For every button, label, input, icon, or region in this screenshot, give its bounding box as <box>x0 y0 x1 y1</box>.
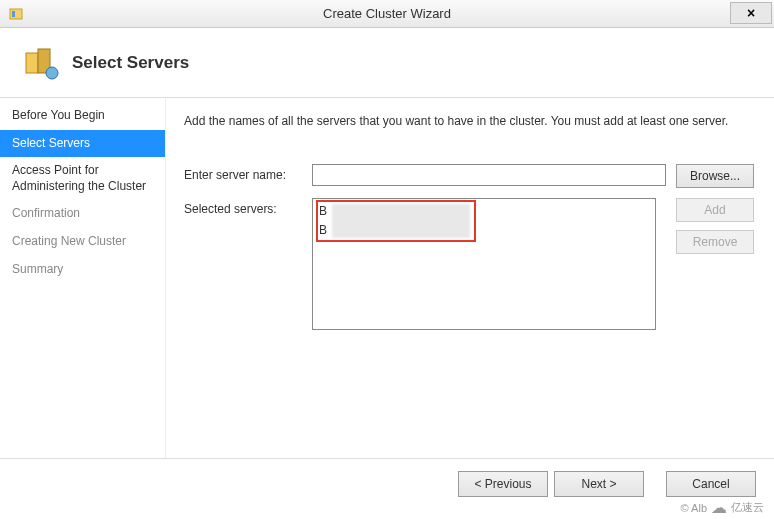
close-button[interactable]: × <box>730 2 772 24</box>
close-icon: × <box>747 5 755 21</box>
svg-rect-1 <box>12 11 15 17</box>
step-select-servers[interactable]: Select Servers <box>0 130 165 158</box>
wizard-footer: < Previous Next > Cancel <box>0 458 774 508</box>
watermark: © Alb ☁ 亿速云 <box>681 498 764 517</box>
wizard-app-icon <box>8 6 24 22</box>
add-button: Add <box>676 198 754 222</box>
watermark-author: © Alb <box>681 502 707 514</box>
intro-text: Add the names of all the servers that yo… <box>184 114 754 128</box>
enter-server-label: Enter server name: <box>184 164 312 182</box>
previous-button[interactable]: < Previous <box>458 471 548 497</box>
page-title: Select Servers <box>72 53 189 73</box>
step-confirmation: Confirmation <box>0 200 165 228</box>
selected-servers-listbox[interactable]: B B <box>312 198 656 330</box>
cancel-button[interactable]: Cancel <box>666 471 756 497</box>
watermark-brand: 亿速云 <box>731 500 764 515</box>
server-name-input[interactable] <box>312 164 666 186</box>
step-before-you-begin[interactable]: Before You Begin <box>0 102 165 130</box>
main-content: Add the names of all the servers that yo… <box>166 98 774 458</box>
cloud-icon: ☁ <box>711 498 727 517</box>
wizard-header: Select Servers <box>0 28 774 98</box>
cluster-wizard-icon <box>20 43 60 83</box>
svg-rect-2 <box>26 53 38 73</box>
svg-rect-0 <box>10 9 22 19</box>
remove-button: Remove <box>676 230 754 254</box>
wizard-steps-sidebar: Before You Begin Select Servers Access P… <box>0 98 166 458</box>
step-creating-new-cluster: Creating New Cluster <box>0 228 165 256</box>
step-access-point[interactable]: Access Point for Administering the Clust… <box>0 157 165 200</box>
browse-button[interactable]: Browse... <box>676 164 754 188</box>
list-item[interactable]: B <box>316 202 652 221</box>
selected-servers-label: Selected servers: <box>184 198 312 216</box>
next-button[interactable]: Next > <box>554 471 644 497</box>
titlebar: Create Cluster Wizard × <box>0 0 774 28</box>
window-title: Create Cluster Wizard <box>0 6 774 21</box>
svg-point-4 <box>46 67 58 79</box>
list-item[interactable]: B <box>316 221 652 240</box>
step-summary: Summary <box>0 256 165 284</box>
